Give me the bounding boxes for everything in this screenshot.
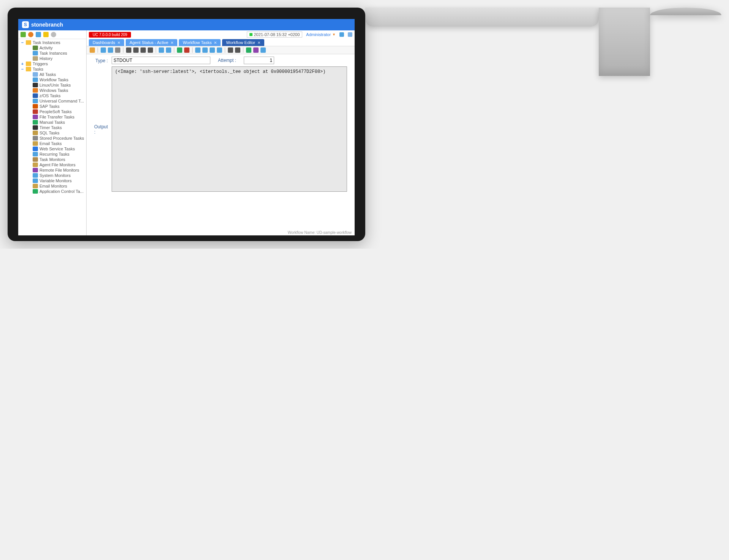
insert-icon[interactable] <box>177 47 182 53</box>
tab[interactable]: Agent Status - Active✕ <box>126 39 177 46</box>
save-icon[interactable] <box>101 47 106 53</box>
tree-label: Application Control Ta... <box>39 189 84 194</box>
tree-leaf[interactable]: PeopleSoft Tasks <box>18 109 86 114</box>
tab-label: Agent Status - Active <box>129 40 168 45</box>
tree-leaf[interactable]: Stored Procedure Tasks <box>18 136 86 141</box>
tree-leaf[interactable]: Web Service Tasks <box>18 146 86 151</box>
validate-icon[interactable] <box>253 47 259 53</box>
tree-view-icon[interactable] <box>235 47 240 53</box>
tree-group[interactable]: +Triggers <box>18 61 86 66</box>
tree-leaf[interactable]: All Tasks <box>18 72 86 77</box>
print-icon[interactable] <box>115 47 120 53</box>
tab[interactable]: Dashboards✕ <box>89 39 124 46</box>
type-label: Type : <box>95 57 108 65</box>
refresh-icon[interactable] <box>246 47 251 53</box>
tree-label: Manual Tasks <box>39 120 65 125</box>
tree-leaf[interactable]: Email Tasks <box>18 141 86 146</box>
close-icon[interactable]: ✕ <box>117 41 120 45</box>
tree-group[interactable]: −Tasks <box>18 66 86 72</box>
tree-leaf[interactable]: Remote File Monitors <box>18 167 86 173</box>
tree-leaf[interactable]: SQL Tasks <box>18 130 86 136</box>
tree-leaf[interactable]: Activity <box>18 45 86 50</box>
tree-leaf[interactable]: Recurring Tasks <box>18 151 86 157</box>
pointer-icon[interactable] <box>126 47 131 53</box>
save-all-icon[interactable] <box>108 47 113 53</box>
task-type-icon <box>33 147 38 151</box>
connect-line-icon[interactable] <box>133 47 139 53</box>
tree-toggle-icon[interactable]: + <box>21 62 24 66</box>
separator <box>243 47 243 53</box>
tree-leaf[interactable]: Agent File Monitors <box>18 162 86 167</box>
close-icon[interactable]: ✕ <box>170 41 174 45</box>
task-type-icon <box>33 120 38 125</box>
tree-leaf[interactable]: Application Control Ta... <box>18 189 86 194</box>
tree-leaf[interactable]: Linux/Unix Tasks <box>18 82 86 88</box>
zoom-100-icon[interactable] <box>217 47 222 53</box>
separator <box>123 47 123 53</box>
task-type-icon <box>33 189 38 194</box>
task-type-icon <box>33 46 38 50</box>
gear-icon[interactable] <box>51 32 56 37</box>
tree-leaf[interactable]: Manual Tasks <box>18 120 86 125</box>
timestamp-box: 2021-07-08 15:32 +0200 <box>247 32 303 38</box>
tree-group[interactable]: −Task Instances <box>18 40 86 45</box>
brand-logo-icon: S <box>22 21 29 28</box>
task-type-icon <box>33 72 38 77</box>
tree-leaf[interactable]: z/OS Tasks <box>18 93 86 98</box>
tab[interactable]: Workflow Tasks✕ <box>179 39 221 46</box>
page-icon[interactable] <box>36 32 41 37</box>
zoom-in-icon[interactable] <box>195 47 200 53</box>
task-type-icon <box>33 56 38 61</box>
tree-leaf[interactable]: Windows Tasks <box>18 88 86 93</box>
line-icon[interactable] <box>148 47 153 53</box>
help-icon[interactable] <box>339 32 344 37</box>
task-type-icon <box>33 125 38 130</box>
nav-tree[interactable]: −Task InstancesActivityTask InstancesHis… <box>18 39 86 235</box>
globe-icon[interactable] <box>28 32 33 37</box>
tree-leaf[interactable]: History <box>18 56 86 61</box>
tree-leaf[interactable]: Email Monitors <box>18 183 86 189</box>
delete-icon[interactable] <box>184 47 189 53</box>
zoom-out-icon[interactable] <box>202 47 208 53</box>
tree-leaf[interactable]: SAP Tasks <box>18 104 86 109</box>
window-icon[interactable] <box>348 32 352 37</box>
folder-icon <box>26 67 31 71</box>
redo-icon[interactable] <box>166 47 171 53</box>
undo-icon[interactable] <box>159 47 164 53</box>
task-type-icon <box>33 178 38 183</box>
build-badge: UC 7.0.0.0 build 209 <box>89 32 131 38</box>
tree-label: Linux/Unix Tasks <box>39 83 71 87</box>
apps-icon[interactable] <box>43 32 49 37</box>
main-area: UC 7.0.0.0 build 209 2021-07-08 15:32 +0… <box>87 30 355 235</box>
run-icon[interactable] <box>260 47 266 53</box>
tree-leaf[interactable]: Timer Tasks <box>18 125 86 130</box>
user-menu[interactable]: Administrator ▼ <box>306 32 336 37</box>
tab-bar: Dashboards✕Agent Status - Active✕Workflo… <box>87 39 355 46</box>
grid-icon[interactable] <box>21 32 26 37</box>
output-textarea[interactable]: (<Image: 'ssh-server:latest'>, <itertool… <box>112 66 347 192</box>
close-icon[interactable]: ✕ <box>214 41 217 45</box>
tree-leaf[interactable]: Variable Monitors <box>18 178 86 183</box>
curve-icon[interactable] <box>140 47 146 53</box>
up-arrow-icon[interactable] <box>90 47 95 53</box>
app-header: S stonebranch <box>18 19 355 30</box>
type-input[interactable] <box>112 57 210 64</box>
tree-toggle-icon[interactable]: − <box>21 67 24 71</box>
tree-leaf[interactable]: Universal Command T... <box>18 98 86 104</box>
tree-leaf[interactable]: File Transfer Tasks <box>18 114 86 120</box>
tree-toggle-icon[interactable]: − <box>21 40 24 45</box>
zoom-fit-icon[interactable] <box>210 47 215 53</box>
tree-label: Universal Command T... <box>39 99 84 103</box>
tree-leaf[interactable]: Workflow Tasks <box>18 77 86 82</box>
close-icon[interactable]: ✕ <box>257 41 260 45</box>
tree-label: Web Service Tasks <box>39 147 75 151</box>
task-type-icon <box>33 104 38 109</box>
task-type-icon <box>33 173 38 178</box>
grid-icon[interactable] <box>228 47 233 53</box>
tree-leaf[interactable]: Task Instances <box>18 50 86 56</box>
user-label: Administrator <box>306 32 331 37</box>
tree-leaf[interactable]: Task Monitors <box>18 157 86 162</box>
task-type-icon <box>33 93 38 98</box>
tab[interactable]: Workflow Editor✕ <box>222 39 264 46</box>
tree-leaf[interactable]: System Monitors <box>18 173 86 178</box>
